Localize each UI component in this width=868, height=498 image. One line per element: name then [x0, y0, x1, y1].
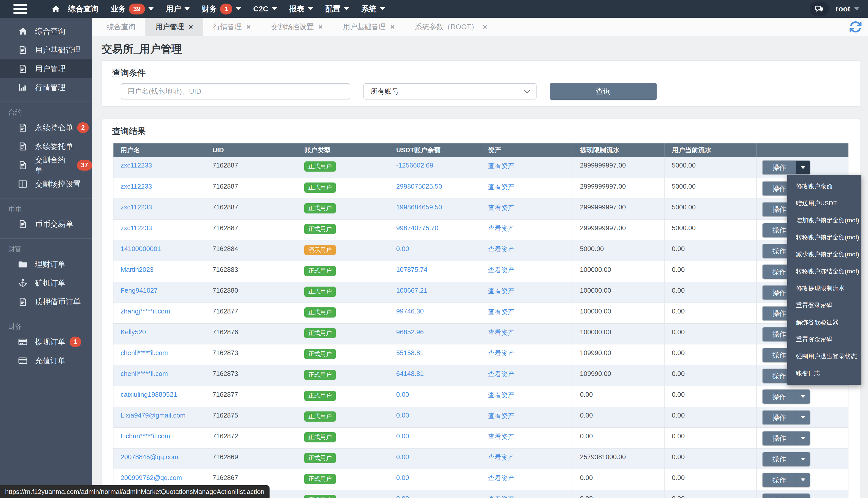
username-link[interactable]: zxc112233 [120, 224, 152, 232]
username-link[interactable]: 14100000001 [120, 245, 161, 252]
usdt-balance-link[interactable]: 1998684659.50 [396, 203, 442, 211]
nav-business[interactable]: 业务 39 [105, 0, 160, 18]
nav-c2c[interactable]: C2C [247, 0, 283, 18]
action-dropdown-toggle[interactable] [795, 390, 810, 404]
sidebar-item-deposit-orders[interactable]: 充值订单 [0, 351, 92, 370]
view-assets-link[interactable]: 查看资产 [488, 370, 514, 378]
action-menu-item[interactable]: 修改账户余额 [787, 178, 862, 195]
username-link[interactable]: Martin2023 [120, 266, 154, 273]
view-assets-link[interactable]: 查看资产 [488, 266, 514, 274]
usdt-balance-link[interactable]: 2998075025.50 [396, 183, 442, 190]
usdt-balance-link[interactable]: 107875.74 [396, 266, 428, 273]
view-assets-link[interactable]: 查看资产 [488, 412, 514, 420]
username-link[interactable]: 20078845@qq.com [120, 453, 178, 461]
username-link[interactable]: Lichun*****il.com [120, 432, 170, 440]
view-assets-link[interactable]: 查看资产 [488, 204, 514, 211]
close-icon[interactable]: × [247, 23, 251, 31]
action-menu-item[interactable]: 重置登录密码 [787, 297, 862, 314]
view-assets-link[interactable]: 查看资产 [488, 391, 514, 399]
usdt-balance-link[interactable]: 0.00 [396, 495, 409, 498]
tab-user-management[interactable]: 用户管理 × [145, 18, 203, 36]
action-button[interactable]: 操作 [763, 452, 795, 466]
nav-reports[interactable]: 报表 [283, 0, 319, 18]
search-button[interactable]: 查询 [550, 83, 657, 100]
sidebar-item-perp-positions[interactable]: 永续持仓单 2 [0, 118, 92, 137]
tab-system-params-root[interactable]: 系统参数（ROOT） × [405, 18, 497, 36]
action-button[interactable]: 操作 [763, 161, 795, 174]
action-button[interactable]: 操作 [763, 432, 795, 445]
usdt-balance-link[interactable]: 64148.81 [396, 370, 424, 378]
username-link[interactable]: chenli*****il.com [120, 370, 168, 378]
action-dropdown-toggle[interactable] [795, 161, 810, 174]
usdt-balance-link[interactable]: 0.00 [396, 432, 409, 440]
usdt-balance-link[interactable]: 0.00 [396, 411, 409, 419]
action-dropdown-toggle[interactable] [795, 473, 810, 487]
action-menu-item[interactable]: 减少账户锁定金额(root) [787, 246, 862, 263]
action-menu-item[interactable]: 增加账户锁定金额(root) [787, 212, 862, 229]
search-input[interactable] [121, 83, 350, 100]
view-assets-link[interactable]: 查看资产 [488, 433, 514, 441]
sidebar-item-miner-orders[interactable]: 矿机订单 [0, 274, 92, 292]
nav-overview[interactable]: 综合查询 [62, 0, 105, 18]
usdt-balance-link[interactable]: 0.00 [396, 453, 409, 461]
nav-finance[interactable]: 财务 1 [196, 0, 247, 18]
view-assets-link[interactable]: 查看资产 [488, 287, 514, 295]
sidebar-item-spot-trades[interactable]: 币币交易单 [0, 215, 92, 234]
action-button[interactable]: 操作 [763, 473, 795, 487]
sidebar-item-delivery-risk-settings[interactable]: 交割场控设置 [0, 175, 92, 193]
menu-toggle-button[interactable] [0, 0, 41, 18]
close-icon[interactable]: × [318, 23, 323, 31]
sidebar-item-pledge-loan-orders[interactable]: 质押借币订单 [0, 292, 92, 311]
sidebar-item-delivery-contracts[interactable]: 交割合约单 37 [0, 156, 92, 175]
username-link[interactable]: zxc112233 [120, 203, 152, 211]
username-link[interactable]: Feng941027 [120, 287, 158, 294]
usdt-balance-link[interactable]: -1256602.69 [396, 161, 433, 169]
action-button[interactable]: 操作 [763, 390, 795, 404]
usdt-balance-link[interactable]: 0.00 [396, 391, 409, 398]
action-menu-item[interactable]: 重置资金密码 [787, 331, 862, 348]
action-button[interactable]: 操作 [763, 411, 795, 424]
view-assets-link[interactable]: 查看资产 [488, 225, 514, 232]
usdt-balance-link[interactable]: 100667.21 [396, 287, 428, 294]
view-assets-link[interactable]: 查看资产 [488, 329, 514, 336]
usdt-balance-link[interactable]: 55158.81 [396, 349, 424, 357]
username-link[interactable]: 200999762@qq.com [120, 474, 182, 482]
sidebar-item-user-base-management[interactable]: 用户基础管理 [0, 41, 92, 60]
view-assets-link[interactable]: 查看资产 [488, 350, 514, 357]
nav-users[interactable]: 用户 [160, 0, 196, 18]
usdt-balance-link[interactable]: 0.00 [396, 245, 409, 252]
username-link[interactable]: zhangj*****il.com [120, 307, 170, 315]
close-icon[interactable]: × [188, 23, 193, 31]
action-menu-item[interactable]: 转移账户冻结金额(root) [787, 263, 862, 280]
sidebar-item-wealth-orders[interactable]: 理财订单 [0, 255, 92, 274]
sidebar-item-overview[interactable]: 综合查询 [0, 22, 92, 41]
action-menu-item[interactable]: 转移账户锁定金额(root) [787, 229, 862, 246]
tab-market-management[interactable]: 行情管理 × [203, 18, 261, 36]
usdt-balance-link[interactable]: 96852.96 [396, 328, 424, 336]
sidebar-item-user-management[interactable]: 用户管理 [0, 60, 92, 78]
username-link[interactable]: zxc112233 [120, 161, 152, 169]
action-menu-item[interactable]: 修改提现限制流水 [787, 280, 862, 297]
tab-overview[interactable]: 综合查询 [97, 18, 145, 36]
usdt-balance-link[interactable]: 0.00 [396, 474, 409, 482]
user-menu[interactable]: root [836, 4, 859, 13]
messages-button[interactable] [810, 1, 829, 16]
nav-config[interactable]: 配置 [319, 0, 355, 18]
username-link[interactable]: zxc112233 [120, 183, 152, 190]
account-type-select[interactable]: 所有账号 [364, 83, 537, 100]
tab-user-base-management[interactable]: 用户基础管理 × [333, 18, 405, 36]
close-icon[interactable]: × [483, 23, 487, 31]
action-button[interactable]: 操作 [763, 494, 795, 498]
refresh-button[interactable] [849, 20, 863, 34]
view-assets-link[interactable]: 查看资产 [488, 454, 514, 461]
action-menu-item[interactable]: 解绑谷歌验证器 [787, 314, 862, 331]
username-link[interactable]: Kelly520 [120, 328, 146, 336]
action-menu-item[interactable]: 强制用户退出登录状态 [787, 348, 862, 365]
home-icon[interactable] [51, 4, 61, 13]
view-assets-link[interactable]: 查看资产 [488, 246, 514, 253]
view-assets-link[interactable]: 查看资产 [488, 183, 514, 191]
action-dropdown-toggle[interactable] [795, 452, 810, 466]
action-dropdown-toggle[interactable] [795, 432, 810, 445]
nav-system[interactable]: 系统 [355, 0, 391, 18]
sidebar-item-perp-orders[interactable]: 永续委托单 [0, 137, 92, 156]
